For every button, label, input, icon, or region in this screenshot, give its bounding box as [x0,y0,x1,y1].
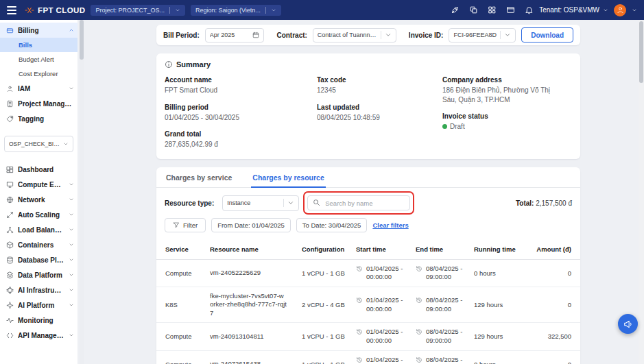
avatar[interactable] [614,4,626,16]
scrollbar-thumb[interactable] [80,20,84,60]
funnel-icon [173,221,180,228]
sidebar-item-database-platform[interactable]: Database Platform [0,252,77,267]
sidebar-item-bills[interactable]: Bills [0,38,77,52]
history-icon [416,297,422,304]
sidebar-project-select[interactable]: OSP_CHECK_BILL_001 [4,136,73,152]
cell-start-time: 01/04/2025 -00:00:00 [352,323,412,351]
sidebar-item-containers[interactable]: Containers [0,237,77,252]
summary-card: Summary Account nameFPT Smart CloudBilli… [156,53,580,159]
region-selector[interactable]: Region: Saigon (Vietn... [191,5,281,16]
sidebar-scrollbar[interactable] [80,20,84,364]
tag-icon [6,115,14,123]
sidebar-item-network[interactable]: Network [0,192,77,207]
sidebar-item-monitoring[interactable]: Monitoring [0,313,77,328]
cell-resource-name: fke-mycluster-7vs5vt07-worker-zhe8q8hd-7… [206,287,298,323]
chevron-down-icon [504,32,511,38]
database-icon [6,256,14,264]
tenant-selector[interactable]: Tenant: OSP&VMW [539,6,608,14]
resource-type-select[interactable]: Instance [222,195,299,211]
table-row[interactable]: Computevm-240726154381 vCPU - 1 GB01/04/… [156,350,580,364]
download-button[interactable]: Download [521,27,573,43]
rocket-icon[interactable] [451,5,460,14]
filter-chip[interactable]: To Date: 30/04/2025 [296,218,368,232]
search-input[interactable] [307,195,410,210]
scrollbar-thumb[interactable] [639,21,643,83]
tab-charges-by-resource[interactable]: Charges by resource [251,167,325,188]
summary-field-account-name: Account nameFPT Smart Cloud [165,76,317,95]
charges-card: Charges by service Charges by resource R… [156,167,580,364]
clear-filters-link[interactable]: Clear filters [372,221,408,229]
table-row[interactable]: Computevm-240522256291 vCPU - 1 GB01/04/… [156,259,580,287]
sidebar-item-data-platform[interactable]: Data Platform [0,267,77,282]
sidebar-item-iam[interactable]: IAM [0,81,77,96]
resource-type-value: Instance [227,199,280,206]
cell-resource-name: vm-240913104811 [206,323,298,351]
history-icon [356,328,363,335]
sidebar-item-api-management[interactable]: API Management [0,328,77,343]
copy-icon[interactable] [469,5,478,14]
sidebar-item-ai-infrastructure[interactable]: AI Infrastructure [0,282,77,298]
column-header-service: Service [156,239,206,260]
chevron-down-icon [69,257,74,263]
filter-button-label: Filter [183,221,198,229]
project-selector[interactable]: Project: PROJECT_OS... [91,5,185,16]
sidebar-item-ai-platform[interactable]: AI Platform [0,298,77,313]
bill-period-value: Apr 2025 [210,32,250,38]
sidebar-item-label: AI Infrastructure [18,287,64,294]
cell-end-time: 08/04/2025 -09:00:00 [412,259,470,287]
bill-period-input[interactable]: Apr 2025 [205,28,265,43]
invoice-id-select[interactable]: FCI-96FEEA8D [449,28,516,43]
feedback-button[interactable] [618,314,638,334]
cell-configuration: 1 vCPU - 1 GB [298,259,352,287]
sidebar-item-project-management[interactable]: Project Management [0,96,77,111]
sidebar-item-billing[interactable]: Billing [0,23,77,38]
divider [500,31,501,39]
sidebar-item-auto-scaling[interactable]: Auto Scaling [0,207,77,222]
menu-icon[interactable] [7,6,16,14]
sidebar-item-compute-engine[interactable]: Compute Engine [0,177,77,192]
account-menu-caret-icon[interactable] [632,8,637,13]
total-label: Total: [516,199,534,207]
summary-column: Company address186 Điện Biên Phủ, Phường… [442,76,572,158]
contract-label: Contract: [276,32,307,39]
dashboard-icon [6,166,14,173]
contract-select[interactable]: Contract of Tuannn52... [313,28,396,43]
sidebar-item-load-balancer[interactable]: Load Balancer [0,222,77,237]
chip-container: From Date: 01/04/2025To Date: 30/04/2025 [211,218,367,232]
chevron-down-icon [69,332,74,338]
cell-service: Compute [156,350,206,364]
divider [283,199,284,207]
chevron-down-icon [69,302,74,308]
topbar-icons [451,5,534,14]
cell-running-time: 129 hours [470,287,523,323]
summary-field-company-address: Company address186 Điện Biên Phủ, Phường… [442,76,572,104]
table-row[interactable]: Computevm-2409131048111 vCPU - 1 GB01/04… [156,323,580,351]
cell-end-time: 08/04/2025 -09:00:00 [412,323,470,351]
summary-title: Summary [176,60,211,69]
tab-charges-by-service[interactable]: Charges by service [165,167,233,188]
brand-logo[interactable]: FPT CLOUD [25,5,85,15]
bill-period-label: Bill Period: [163,32,200,39]
table-row[interactable]: K8Sfke-mycluster-7vs5vt07-worker-zhe8q8h… [156,287,580,323]
topbar: FPT CLOUD Project: PROJECT_OS... Region:… [0,0,644,20]
sidebar-item-dashboard[interactable]: Dashboard [0,162,77,177]
chevron-down-icon [69,197,74,202]
filter-button[interactable]: Filter [165,218,206,232]
cell-service: Compute [156,259,206,287]
resource-type-label: Resource type: [165,199,214,207]
cell-service: Compute [156,323,206,351]
sidebar-item-budget-alert[interactable]: Budget Alert [0,52,77,66]
divider [265,7,266,14]
page-scrollbar[interactable] [639,20,644,364]
bell-icon[interactable] [525,5,534,14]
apps-icon[interactable] [488,5,497,14]
compute-icon [6,181,14,189]
sidebar-item-tagging[interactable]: Tagging [0,111,77,126]
filter-chip[interactable]: From Date: 01/04/2025 [211,218,291,232]
charges-table: ServiceResource nameConfigurationStart t… [156,239,580,364]
sidebar-item-label: Billing [18,27,64,34]
window-icon[interactable] [506,5,515,14]
divider [381,31,381,39]
chevron-down-icon [69,212,74,217]
sidebar-item-cost-explorer[interactable]: Cost Explorer [0,66,77,81]
